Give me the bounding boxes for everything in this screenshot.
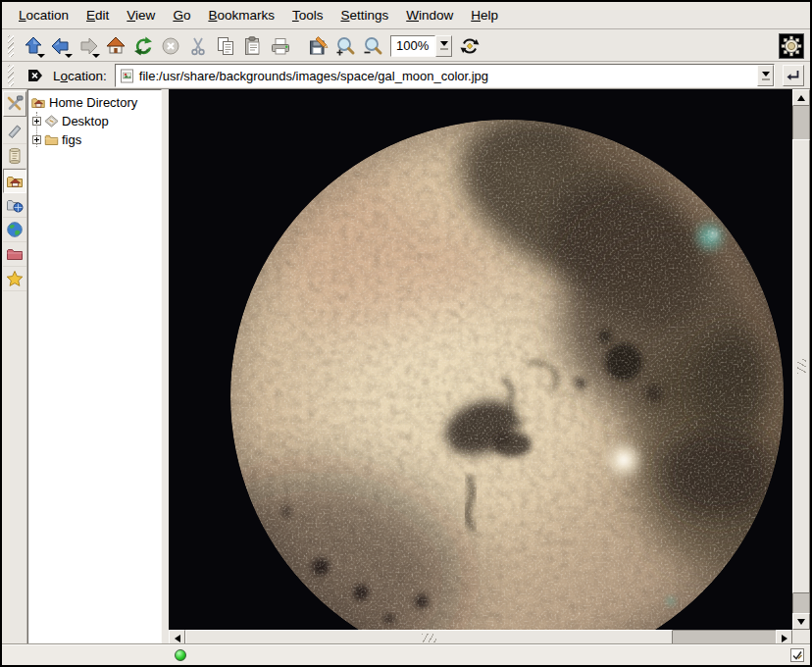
tree-item-figs[interactable]: figs [30, 130, 161, 149]
zoom-out-button[interactable] [359, 33, 386, 59]
sidebar-tab-configure[interactable] [3, 91, 26, 117]
tree-item-label[interactable]: Home Directory [49, 95, 137, 110]
sidebar-tab-root-folder[interactable] [3, 242, 26, 267]
globe-icon [6, 221, 24, 238]
arrow-down-icon [797, 619, 805, 625]
enter-arrow-icon [786, 68, 801, 83]
vertical-scroll-thumb[interactable] [792, 139, 810, 593]
chevron-down-icon [440, 41, 448, 46]
zoom-in-icon [334, 35, 356, 57]
status-led [175, 649, 186, 661]
folder-home-icon [30, 95, 46, 110]
menu-settings[interactable]: Settings [331, 6, 397, 25]
sidebar-tab-home-directory[interactable] [3, 169, 26, 193]
folder-tree: Home Directory Desktop figs [27, 89, 162, 644]
arrow-left-icon [175, 635, 180, 642]
arrow-up-icon [797, 95, 805, 101]
copy-button[interactable] [212, 33, 239, 59]
expand-icon[interactable] [32, 117, 41, 126]
menu-help[interactable]: Help [462, 6, 507, 25]
menu-location[interactable]: Location [10, 6, 77, 25]
rotate-icon [459, 35, 481, 57]
folder-network-icon [6, 196, 24, 214]
location-dropdown[interactable] [757, 65, 774, 86]
back-dropdown-caret[interactable] [65, 54, 73, 58]
clipboard-icon [242, 35, 264, 57]
tree-item-label[interactable]: Desktop [62, 114, 109, 128]
sidebar-tab-web-browser[interactable] [3, 218, 26, 242]
rotate-button[interactable] [456, 33, 483, 59]
scroll-icon [6, 147, 24, 165]
gear-icon [781, 35, 802, 57]
folder-icon [44, 132, 59, 147]
floppy-pencil-icon [307, 35, 329, 57]
main-toolbar: 100% [2, 30, 810, 62]
forward-button[interactable] [75, 33, 102, 59]
tools-icon [6, 95, 24, 113]
konqueror-window: LocationEditViewGoBookmarksToolsSettings… [0, 0, 812, 667]
zoom-out-icon [362, 35, 383, 57]
zoom-in-button[interactable] [331, 33, 359, 59]
expand-icon[interactable] [32, 135, 41, 144]
konqueror-logo [779, 33, 804, 59]
device-icon [6, 123, 24, 140]
sidebar-tab-devices[interactable] [3, 120, 26, 144]
main-area: Home Directory Desktop figs [2, 89, 810, 644]
home-button[interactable] [102, 33, 129, 59]
up-dropdown-caret[interactable] [37, 54, 45, 58]
toolbar-grip[interactable] [8, 35, 14, 57]
vertical-scrollbar[interactable] [792, 89, 810, 630]
desktop-icon [44, 114, 59, 128]
location-label: Location: [51, 69, 111, 83]
forward-dropdown-caret[interactable] [92, 54, 100, 58]
reload-icon [132, 35, 154, 57]
menu-window[interactable]: Window [397, 6, 462, 25]
panel-splitter[interactable] [162, 89, 169, 644]
menu-bookmarks[interactable]: Bookmarks [199, 6, 283, 25]
menu-view[interactable]: View [118, 6, 164, 25]
print-button[interactable] [267, 33, 294, 59]
folder-home-icon [6, 173, 24, 190]
location-url[interactable]: file:/usr/share/backgrounds/images/space… [139, 69, 757, 83]
scroll-down-button[interactable] [792, 613, 810, 630]
sidebar-tab-history[interactable] [3, 144, 26, 169]
zoom-level-combo[interactable]: 100% [390, 35, 452, 57]
location-input[interactable]: file:/usr/share/backgrounds/images/space… [115, 64, 775, 87]
copy-icon [215, 35, 236, 57]
sidebar-tab-bookmarks[interactable] [3, 267, 26, 291]
scissors-icon [187, 35, 209, 57]
reload-button[interactable] [129, 33, 157, 59]
sidebar-tabbar [2, 89, 27, 644]
locationbar-grip[interactable] [8, 65, 14, 86]
link-view-checkbox[interactable] [790, 648, 804, 662]
go-button[interactable] [783, 65, 804, 86]
image-view [169, 89, 792, 630]
menu-edit[interactable]: Edit [77, 6, 118, 25]
chevron-down-icon [762, 72, 770, 77]
save-as-button[interactable] [304, 33, 331, 59]
stop-button[interactable] [157, 33, 184, 59]
menu-go[interactable]: Go [164, 6, 199, 25]
tree-item-label[interactable]: figs [62, 132, 81, 147]
check-pen-icon [791, 649, 803, 661]
back-button[interactable] [47, 33, 75, 59]
zoom-level-dropdown[interactable] [435, 35, 452, 57]
printer-icon [270, 35, 291, 57]
tree-item-desktop[interactable]: Desktop [30, 112, 161, 130]
stop-icon [160, 35, 181, 57]
clear-location-button[interactable] [24, 63, 47, 88]
clear-location-icon [25, 66, 45, 85]
cut-button[interactable] [184, 33, 212, 59]
menubar: LocationEditViewGoBookmarksToolsSettings… [2, 2, 810, 29]
scroll-up-button[interactable] [792, 89, 810, 106]
sidebar-tab-network[interactable] [3, 193, 26, 218]
zoom-level-value[interactable]: 100% [390, 35, 435, 57]
statusbar [2, 644, 810, 665]
star-icon [6, 270, 24, 287]
up-button[interactable] [20, 33, 47, 59]
tree-item-home-directory[interactable]: Home Directory [30, 93, 161, 112]
paste-button[interactable] [239, 33, 267, 59]
arrow-right-icon [782, 635, 787, 642]
menu-tools[interactable]: Tools [283, 6, 332, 25]
home-icon [105, 35, 127, 57]
